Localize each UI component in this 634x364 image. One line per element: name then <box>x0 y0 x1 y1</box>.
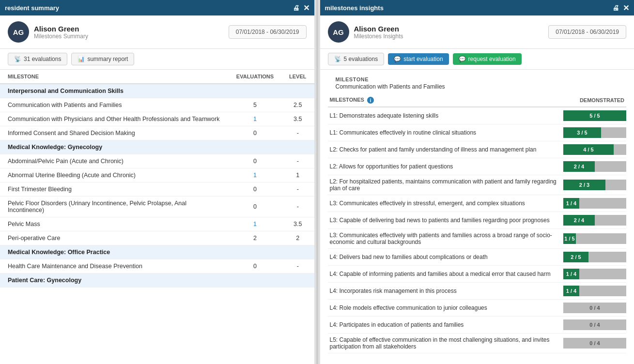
print-icon[interactable]: 🖨 <box>293 4 299 12</box>
info-icon[interactable]: i <box>367 97 374 104</box>
request-evaluation-label: request evaluation <box>468 56 516 62</box>
col-milestones: MILESTONES i <box>328 94 562 107</box>
green-bar: 1 / 5 <box>563 233 576 244</box>
right-panel: milestones insights 🖨 ✕ AG Alison Green … <box>320 0 634 364</box>
left-user-info-row: AG Alison Green Milestones Summary 07/01… <box>0 15 314 49</box>
green-bar: 4 / 5 <box>563 144 614 155</box>
score-label: 5 / 5 <box>587 113 602 119</box>
detail-table-container: MILESTONES i DEMONSTRATED L1: Demonstrat… <box>320 94 634 364</box>
close-icon[interactable]: ✕ <box>303 3 309 13</box>
col-demonstrated: DEMONSTRATED <box>561 94 626 107</box>
milestone-name: First Trimester Bleeding <box>0 182 229 197</box>
right-evaluations-count-button[interactable]: 📡 5 evaluations <box>328 53 385 65</box>
green-bar: 2 / 4 <box>563 215 595 226</box>
eval-cell: 1 <box>229 112 281 126</box>
evaluations-count-button[interactable]: 📡 31 evaluations <box>8 53 67 65</box>
gray-bar <box>605 180 626 190</box>
eval-link[interactable]: 1 <box>253 172 257 179</box>
right-date-range: 07/01/2018 - 06/30/2019 <box>548 25 626 39</box>
milestone-name: Abnormal Uterine Bleeding (Acute and Chr… <box>0 168 229 182</box>
score-label: 2 / 4 <box>572 217 587 223</box>
right-close-icon[interactable]: ✕ <box>623 3 629 13</box>
right-user-info-left: AG Alison Green Milestones Insights <box>328 21 403 43</box>
eval-value: 5 <box>253 102 257 108</box>
score-label: 1 / 4 <box>564 288 579 294</box>
milestone-section: MILESTONE Communication with Patients an… <box>320 70 634 94</box>
gray-bar <box>588 252 626 262</box>
bar-cell: 1 / 4 <box>561 195 626 212</box>
detail-milestone-name: L4: Capable of informing patients and fa… <box>328 266 562 283</box>
detail-milestone-name: L3: Communicates effectively with patien… <box>328 229 562 249</box>
right-panel-title: milestones insights <box>325 4 384 12</box>
left-panel-title: resident summary <box>5 4 59 12</box>
bar-container: 1 / 4 <box>563 198 626 209</box>
col-milestone: MILESTONE <box>0 70 229 84</box>
right-evaluations-count-label: 5 evaluations <box>344 56 378 62</box>
bar-container: 0 / 4 <box>563 303 626 313</box>
bar-container: 1 / 5 <box>563 233 626 244</box>
gray-bar: 0 / 4 <box>563 338 626 349</box>
eval-value: 2 <box>253 235 257 242</box>
request-evaluation-button[interactable]: 💬 request evaluation <box>453 53 522 65</box>
eval-value: 0 <box>253 130 257 136</box>
summary-report-label: summary report <box>87 56 128 62</box>
eval-link[interactable]: 1 <box>253 116 257 122</box>
chart-icon: 📊 <box>77 56 85 62</box>
score-label: 4 / 5 <box>581 147 596 152</box>
milestone-name: Communication with Patients and Families <box>0 98 229 112</box>
bar-container: 2 / 5 <box>563 252 626 262</box>
bar-cell: 2 / 4 <box>561 212 626 229</box>
bar-cell: 1 / 4 <box>561 283 626 300</box>
detail-milestone-name: L2: Checks for patient and family unders… <box>328 141 562 158</box>
eval-value: 0 <box>253 263 257 270</box>
detail-milestone-name: L1: Demonstrates adequate listening skil… <box>328 107 562 124</box>
green-bar: 5 / 5 <box>563 110 626 121</box>
score-label: 1 / 5 <box>562 236 577 242</box>
col-evaluations: EVALUATIONS <box>229 70 281 84</box>
score-label: 1 / 4 <box>564 271 579 277</box>
bar-cell: 4 / 5 <box>561 141 626 158</box>
right-print-icon[interactable]: 🖨 <box>612 4 619 12</box>
eval-cell: 0 <box>229 154 281 168</box>
bar-cell: 1 / 5 <box>561 229 626 249</box>
right-user-name: Alison Green <box>354 25 403 33</box>
gray-bar <box>579 198 626 209</box>
start-evaluation-button[interactable]: 💬 start evaluation <box>388 53 448 65</box>
gray-bar <box>595 161 626 172</box>
milestone-name: Abdominal/Pelvic Pain (Acute and Chronic… <box>0 154 229 168</box>
detail-table: MILESTONES i DEMONSTRATED L1: Demonstrat… <box>328 94 627 353</box>
bar-container: 1 / 4 <box>563 286 626 296</box>
gray-bar <box>614 144 626 155</box>
eval-cell: 0 <box>229 259 281 273</box>
detail-milestone-name: L4: Delivers bad new to families about c… <box>328 249 562 266</box>
left-user-subtitle: Milestones Summary <box>34 33 88 40</box>
request-icon: 💬 <box>459 56 466 62</box>
detail-milestone-name: L3: Capable of delivering bad news to pa… <box>328 212 562 229</box>
milestone-name: Pelvic Floor Disorders (Urinary Incontin… <box>0 197 229 217</box>
milestone-label: MILESTONE <box>328 73 627 83</box>
green-bar: 1 / 4 <box>563 286 579 296</box>
milestone-name: Peri-operative Care <box>0 231 229 245</box>
summary-report-button[interactable]: 📊 summary report <box>71 53 134 65</box>
eval-link[interactable]: 1 <box>253 221 257 228</box>
score-label-gray: 0 / 4 <box>587 305 602 311</box>
bar-container: 0 / 4 <box>563 338 626 349</box>
bar-container: 5 / 5 <box>563 110 626 121</box>
eval-value: 0 <box>253 158 257 165</box>
left-toolbar-row: 📡 31 evaluations 📊 summary report <box>0 49 314 70</box>
milestone-name: Pelvic Mass <box>0 217 229 231</box>
level-cell: - <box>281 154 314 168</box>
bar-cell: 3 / 5 <box>561 124 626 141</box>
eval-cell: 1 <box>229 217 281 231</box>
bar-cell: 0 / 4 <box>561 317 626 334</box>
eval-value: 0 <box>253 186 257 193</box>
left-user-name: Alison Green <box>34 25 88 33</box>
category-label: Patient Care: Gynecology <box>0 273 314 288</box>
bar-container: 4 / 5 <box>563 144 626 155</box>
right-user-subtitle: Milestones Insights <box>354 33 403 40</box>
bar-container: 1 / 4 <box>563 269 626 279</box>
green-bar: 1 / 4 <box>563 198 579 209</box>
level-cell: 2 <box>281 231 314 245</box>
right-panel-header-icons: 🖨 ✕ <box>612 3 629 13</box>
milestone-table: MILESTONE EVALUATIONS LEVEL Interpersona… <box>0 70 314 288</box>
